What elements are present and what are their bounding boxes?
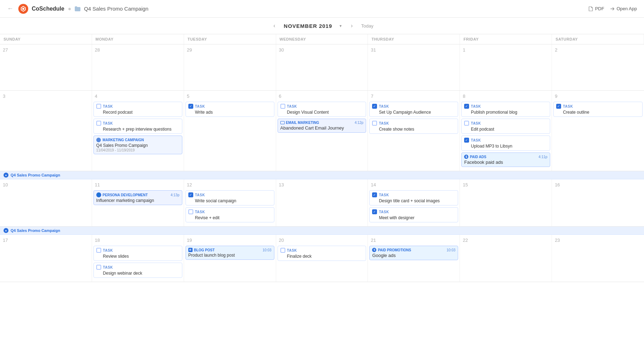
task-checkbox[interactable] <box>464 121 469 126</box>
day-15: 15 <box>460 179 552 226</box>
pdf-button[interactable]: PDF <box>588 6 604 11</box>
header-monday: MONDAY <box>92 34 184 44</box>
campaign-banner-icon-2: ● <box>4 228 8 233</box>
header-thursday: THURSDAY <box>368 34 460 44</box>
persona-icon: 👤 <box>96 192 101 197</box>
task-checkbox[interactable] <box>188 209 193 214</box>
day-6: 6 TASK Design Visual Content EMAIL MARKE… <box>276 91 368 171</box>
campaign-banner-week4[interactable]: ● Q4 Sales Promo Campaign <box>0 227 644 235</box>
task-review-slides[interactable]: TASK Review slides <box>93 246 182 261</box>
task-checkbox-checked[interactable] <box>372 192 377 197</box>
task-meet-designer[interactable]: TASK Meet with designer <box>369 207 458 222</box>
paid-ads-card[interactable]: $ PAID ADS 4:11p Facebook paid ads <box>461 152 550 167</box>
day-num-2: 2 <box>553 47 643 53</box>
task-checkbox[interactable] <box>280 248 285 253</box>
task-label: TASK <box>287 104 297 108</box>
envelope-icon <box>280 121 285 124</box>
blog-post-card[interactable]: B BLOG POST 10:03 Product launch blog po… <box>186 246 274 260</box>
day-num-30: 30 <box>278 47 366 53</box>
marketing-campaign-card[interactable]: MARKETING CAMPAIGN Q4 Sales Promo Campai… <box>93 136 182 154</box>
task-checkbox-checked[interactable] <box>188 104 193 109</box>
day-10: 10 <box>0 179 92 226</box>
task-checkbox[interactable] <box>96 248 101 253</box>
task-checkbox-checked[interactable] <box>556 104 561 109</box>
day-num-8: 8 <box>461 93 550 100</box>
task-record-podcast[interactable]: TASK Record podcast <box>93 102 182 117</box>
task-checkbox-checked[interactable] <box>372 104 377 109</box>
task-show-notes[interactable]: TASK Create show notes <box>369 119 458 134</box>
arrow-right-icon <box>610 6 615 11</box>
day-num-7: 7 <box>369 93 458 100</box>
task-checkbox[interactable] <box>96 104 101 109</box>
task-label: TASK <box>195 104 205 108</box>
campaign-banner-week3[interactable]: ● Q4 Sales Promo Campaign <box>0 171 644 179</box>
breadcrumb-separator: ● <box>68 6 71 12</box>
next-month-button[interactable]: › <box>348 21 356 30</box>
prev-month-button[interactable]: ‹ <box>271 21 278 30</box>
calendar-nav: ‹ NOVEMBER 2019 ▼ › Today <box>0 18 644 34</box>
task-label: TASK <box>563 104 573 108</box>
task-publish-blog[interactable]: TASK Publish promotional blog <box>461 102 550 117</box>
task-checkbox[interactable] <box>280 104 285 109</box>
marketing-dates: 11/04/2019 - 11/19/2019 <box>96 148 180 152</box>
day-num-28: 28 <box>93 47 182 53</box>
marketing-title: Q4 Sales Promo Campaign <box>96 143 180 148</box>
task-finalize-deck[interactable]: TASK Finalize deck <box>278 246 366 261</box>
task-checkbox-checked[interactable] <box>372 209 377 214</box>
task-checkbox[interactable] <box>96 265 101 270</box>
day-8: 8 TASK Publish promotional blog TASK Edi… <box>460 91 552 171</box>
day-num-20: 20 <box>278 237 366 244</box>
task-checkbox[interactable] <box>372 121 377 126</box>
today-button[interactable]: Today <box>361 23 373 29</box>
task-checkbox[interactable] <box>96 121 101 126</box>
blog-title: Product launch blog post <box>188 253 272 258</box>
task-design-webinar[interactable]: TASK Design webinar deck <box>93 263 182 278</box>
task-label: TASK <box>195 210 205 214</box>
day-num-27: 27 <box>1 47 90 53</box>
task-write-ads[interactable]: TASK Write ads <box>186 102 274 117</box>
back-button[interactable]: ← <box>7 5 13 12</box>
task-edit-podcast[interactable]: TASK Edit podcast <box>461 119 550 134</box>
email-marketing-card[interactable]: EMAIL MARKETING 4:12p Abandoned Cart Ema… <box>278 119 366 133</box>
day-3: 3 <box>0 91 92 171</box>
task-write-social[interactable]: TASK Write social campaign <box>186 190 274 205</box>
task-title: Edit podcast <box>464 127 547 132</box>
task-title: Write social campaign <box>188 198 272 203</box>
day-num-14: 14 <box>369 181 458 188</box>
day-4: 4 TASK Record podcast TASK Research + pr… <box>92 91 184 171</box>
blog-time: 10:03 <box>263 248 272 252</box>
blog-icon: B <box>188 248 193 252</box>
month-dropdown-arrow[interactable]: ▼ <box>339 24 342 28</box>
task-revise-edit[interactable]: TASK Revise + edit <box>186 207 274 222</box>
task-label: TASK <box>103 121 113 125</box>
persona-dev-card[interactable]: 👤 PERSONA DEVELOPMENT 4:13p Influencer m… <box>93 190 182 205</box>
day-13: 13 <box>276 179 368 226</box>
task-checkbox-checked[interactable] <box>464 138 469 143</box>
task-title: Design Visual Content <box>280 110 364 115</box>
persona-label: 👤 PERSONA DEVELOPMENT <box>96 192 148 197</box>
task-checkbox-checked[interactable] <box>188 192 193 197</box>
day-19: 19 B BLOG POST 10:03 Product launch blog… <box>184 235 276 282</box>
task-design-title-card[interactable]: TASK Design title card + social images <box>369 190 458 205</box>
day-headers: SUNDAY MONDAY TUESDAY WEDNESDAY THURSDAY… <box>0 34 644 44</box>
task-upload-mp3[interactable]: TASK Upload MP3 to Libsyn <box>461 136 550 151</box>
task-design-visual[interactable]: TASK Design Visual Content <box>278 102 366 117</box>
day-num-21: 21 <box>369 237 458 244</box>
task-setup-campaign[interactable]: TASK Set Up Campaign Audience <box>369 102 458 117</box>
task-checkbox-checked[interactable] <box>464 104 469 109</box>
day-22: 22 <box>460 235 552 282</box>
day-11: 11 👤 PERSONA DEVELOPMENT 4:13p Influence… <box>92 179 184 226</box>
day-num-18: 18 <box>93 237 182 244</box>
project-name-label: Q4 Sales Promo Campaign <box>84 6 148 12</box>
paid-promotions-card[interactable]: $ PAID PROMOTIONS 10:03 Google ads <box>369 246 458 260</box>
day-12: 12 TASK Write social campaign TASK Revis… <box>184 179 276 226</box>
open-app-button[interactable]: Open App <box>610 6 637 11</box>
task-create-outline[interactable]: TASK Create outline <box>553 102 643 117</box>
day-31: 31 <box>368 44 460 90</box>
task-research-interview[interactable]: TASK Research + prep interview questions <box>93 119 182 134</box>
day-21: 21 $ PAID PROMOTIONS 10:03 Google ads <box>368 235 460 282</box>
task-label: TASK <box>287 249 297 252</box>
week-4: 17 18 TASK Review slides TASK Design web… <box>0 235 644 282</box>
task-title: Meet with designer <box>372 215 455 220</box>
day-28: 28 <box>92 44 184 90</box>
